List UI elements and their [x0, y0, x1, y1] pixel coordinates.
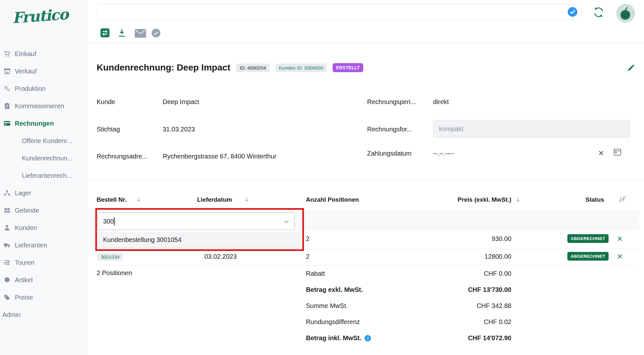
sidebar-item-preise[interactable]: Preise: [0, 289, 87, 306]
sidebar-item-einkauf[interactable]: Einkauf: [0, 45, 87, 62]
total-value-betrag-exkl: CHF 13'730.00: [419, 285, 511, 294]
exchange-icon[interactable]: [100, 28, 109, 37]
invoice-id-badge: ID: 4000204: [236, 63, 270, 72]
row2-lieferdatum: 03.02.2023: [180, 253, 261, 260]
sidebar-item-label: Lieferanten: [15, 242, 47, 249]
customer-id-badge: Kunden ID: 5000000: [275, 63, 327, 72]
info-icon[interactable]: i: [365, 335, 371, 341]
sidebar-item-label: Lieferantenrech...: [22, 172, 72, 179]
sidebar-item-kunden[interactable]: Kunden: [0, 219, 87, 236]
credit-card-icon: [3, 120, 11, 127]
gears-icon: [3, 85, 11, 92]
sidebar-item-admin[interactable]: Admin: [0, 306, 87, 323]
row2-status-badge: ABGERECHNET: [567, 252, 609, 261]
mail-icon[interactable]: [135, 29, 146, 38]
total-label-betrag-inkl: Betrag inkl. MwSt.i: [306, 333, 371, 343]
sort-down-icon[interactable]: [136, 197, 141, 204]
table-row: [97, 249, 639, 265]
col-header-status[interactable]: Status: [585, 195, 604, 205]
row2-preis: 12800.00: [419, 253, 511, 260]
row2-anzahl: 2: [306, 253, 309, 260]
sort-down-icon[interactable]: [515, 197, 521, 204]
field-value-kunde: Deep Impact: [163, 98, 199, 106]
app-logo[interactable]: Frutico: [12, 5, 77, 27]
sort-disabled-icon[interactable]: [618, 195, 627, 205]
download-icon[interactable]: [117, 28, 127, 37]
sidebar-item-produktion[interactable]: Produktion: [0, 80, 87, 97]
edit-pencil-icon[interactable]: [626, 63, 636, 73]
check-circle-icon[interactable]: [151, 28, 161, 38]
sidebar-item-lieferanten[interactable]: Lieferanten: [0, 236, 87, 254]
row2-bestell-nr-badge[interactable]: 3001034: [98, 253, 123, 261]
total-label-betrag-exkl: Betrag exkl. MwSt.: [306, 285, 363, 294]
text-cursor: [114, 217, 115, 225]
sidebar-item-gebinde[interactable]: Gebinde: [0, 202, 87, 219]
col-header-lieferdatum[interactable]: Lieferdatum: [197, 195, 232, 205]
row1-remove-icon[interactable]: ×: [617, 235, 623, 243]
bestell-nr-combobox[interactable]: 300: [98, 213, 295, 230]
sidebar-item-label: Kundenrechnun...: [22, 155, 73, 162]
field-label-stichtag: Stichtag: [97, 126, 120, 133]
total-label-rundungsdifferenz: Rundungsdifferenz: [306, 317, 360, 327]
cart-icon: [3, 50, 11, 58]
sidebar-item-label: Admin: [2, 311, 21, 319]
app-root: Frutico Einkauf Verkauf Produktion Kommi…: [0, 0, 644, 355]
col-header-preis[interactable]: Preis (exkl. MwSt.): [419, 195, 511, 205]
sidebar-item-rechnungen[interactable]: Rechnungen: [0, 115, 87, 132]
chevron-down-icon[interactable]: [284, 218, 289, 225]
combobox-dropdown-option[interactable]: Kundenbestellung 3001054: [98, 232, 300, 247]
container-icon: [3, 206, 11, 214]
truck-icon: [3, 241, 11, 249]
page-title: Kundenrechnung: Deep Impact: [97, 62, 230, 73]
sidebar-item-label: Rechnungen: [15, 120, 54, 127]
field-value-rechnungsadresse: Rychenbergstrasse 67, 8400 Winterthur: [163, 153, 277, 160]
total-value-rabatt: CHF 0.00: [419, 269, 511, 278]
total-label-summe-mwst: Summe MwSt.: [306, 301, 348, 311]
rechnungsformat-value: kompakt: [439, 125, 463, 133]
sidebar-item-lieferantenrechnungen[interactable]: Lieferantenrech...: [0, 167, 87, 184]
sidebar-item-touren[interactable]: Touren: [0, 254, 87, 271]
confirm-check-icon[interactable]: [567, 7, 578, 17]
sidebar-item-label: Verkauf: [15, 68, 37, 75]
sidebar-item-label: Einkauf: [15, 50, 36, 58]
rechnungsformat-input[interactable]: kompakt: [433, 120, 630, 138]
sort-down-icon[interactable]: [244, 197, 250, 204]
route-icon: [3, 259, 11, 266]
field-label-rechnungsadresse: Rechnungsadre...: [97, 153, 147, 160]
sidebar-item-offene-kundenrechnungen[interactable]: Offene Kundenr...: [0, 132, 87, 149]
storefront-icon: [3, 67, 11, 75]
col-header-anzahl-positionen[interactable]: Anzahl Positionen: [306, 195, 359, 205]
row1-preis: 930.00: [419, 235, 511, 243]
field-label-rechnungsformat: Rechnungsfor...: [367, 126, 412, 133]
calendar-icon[interactable]: [613, 148, 622, 156]
field-label-kunde: Kunde: [97, 98, 115, 106]
sidebar-item-kommissionieren[interactable]: Kommissionieren: [0, 97, 87, 115]
row1-status-badge: ABGERECHNET: [567, 234, 609, 243]
stack-icon: [3, 189, 11, 197]
field-label-zahlungsdatum: Zahlungsdatum: [367, 150, 412, 157]
section-divider: [87, 180, 644, 181]
sidebar: Frutico Einkauf Verkauf Produktion Kommi…: [0, 0, 87, 355]
sidebar-item-lager[interactable]: Lager: [0, 184, 87, 202]
field-label-rechnungsperiode: Rechnungsperi...: [367, 98, 416, 106]
row2-remove-icon[interactable]: ×: [617, 252, 623, 261]
refresh-icon[interactable]: [592, 6, 605, 18]
sidebar-item-label: Produktion: [15, 85, 46, 92]
clear-date-icon[interactable]: ×: [598, 149, 604, 157]
status-badge: ERSTELLT: [333, 63, 364, 72]
user-avatar[interactable]: [616, 4, 635, 23]
sidebar-item-artikel[interactable]: Artikel: [0, 271, 87, 289]
total-label-betrag-inkl-text: Betrag inkl. MwSt.: [306, 334, 361, 341]
col-header-bestell-nr[interactable]: Bestell Nr.: [97, 195, 127, 205]
total-value-rundungsdifferenz: CHF 0.02: [419, 317, 511, 327]
sidebar-item-kundenrechnungen[interactable]: Kundenrechnun...: [0, 149, 87, 167]
sidebar-item-verkauf[interactable]: Verkauf: [0, 62, 87, 80]
dropdown-option-label: Kundenbestellung 3001054: [103, 236, 182, 244]
sidebar-item-label: Touren: [15, 259, 34, 266]
title-row: Kundenrechnung: Deep Impact ID: 4000204 …: [97, 61, 363, 74]
command-input[interactable]: [97, 4, 581, 20]
tag-icon: [3, 293, 11, 301]
sidebar-item-label: Lager: [15, 189, 31, 197]
combobox-value: 300: [103, 218, 114, 225]
row-divider: [97, 265, 639, 266]
